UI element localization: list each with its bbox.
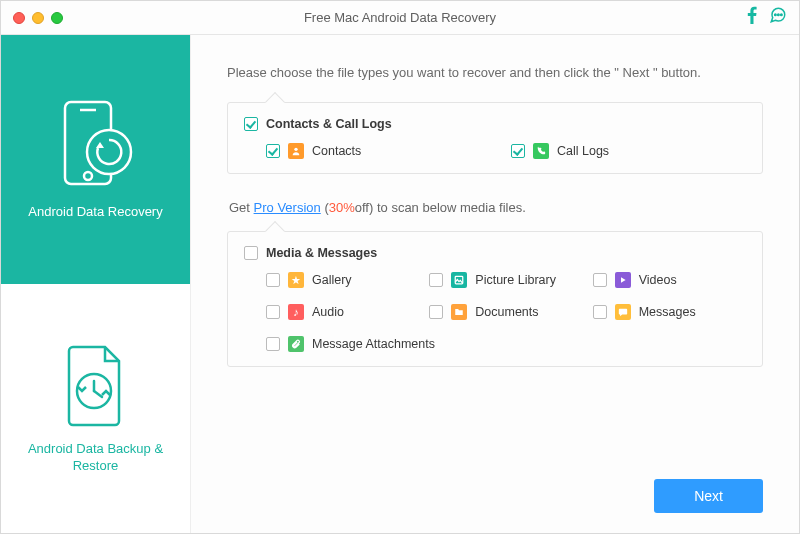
group2-header[interactable]: Media & Messages bbox=[244, 246, 746, 260]
window-title: Free Mac Android Data Recovery bbox=[1, 10, 799, 25]
item-audio[interactable]: ♪ Audio bbox=[266, 304, 419, 320]
close-window-button[interactable] bbox=[13, 12, 25, 24]
group2-title: Media & Messages bbox=[266, 246, 377, 260]
main-panel: Please choose the file types you want to… bbox=[191, 35, 799, 533]
item-message-attachments[interactable]: Message Attachments bbox=[266, 336, 419, 352]
app-window: Free Mac Android Data Recovery bbox=[0, 0, 800, 534]
item-label: Audio bbox=[312, 305, 344, 319]
group2-items: ★ Gallery Picture Library bbox=[244, 272, 746, 352]
group-media-messages: Media & Messages ★ Gallery Picture Libra… bbox=[227, 231, 763, 367]
item-label: Messages bbox=[639, 305, 696, 319]
pro-version-line: Get Pro Version (30%off) to scan below m… bbox=[229, 200, 763, 215]
group1-header[interactable]: Contacts & Call Logs bbox=[244, 117, 746, 131]
gallery-icon: ★ bbox=[288, 272, 304, 288]
sidebar-item-backup-restore[interactable]: Android Data Backup & Restore bbox=[1, 284, 190, 533]
panel-notch bbox=[265, 92, 285, 112]
documents-icon bbox=[451, 304, 467, 320]
group-contacts-logs: Contacts & Call Logs Contacts bbox=[227, 102, 763, 174]
item-label: Documents bbox=[475, 305, 538, 319]
item-messages[interactable]: Messages bbox=[593, 304, 746, 320]
checkbox-documents[interactable] bbox=[429, 305, 443, 319]
checkbox-audio[interactable] bbox=[266, 305, 280, 319]
titlebar: Free Mac Android Data Recovery bbox=[1, 1, 799, 35]
sidebar-item-label: Android Data Backup & Restore bbox=[9, 441, 182, 475]
checkbox-messages[interactable] bbox=[593, 305, 607, 319]
panel-notch bbox=[265, 221, 285, 241]
minimize-window-button[interactable] bbox=[32, 12, 44, 24]
checkbox-group1[interactable] bbox=[244, 117, 258, 131]
instruction-text: Please choose the file types you want to… bbox=[227, 65, 763, 80]
group1-title: Contacts & Call Logs bbox=[266, 117, 392, 131]
item-picture-library[interactable]: Picture Library bbox=[429, 272, 582, 288]
item-label: Picture Library bbox=[475, 273, 556, 287]
app-body: Android Data Recovery Android Data Backu… bbox=[1, 35, 799, 533]
audio-icon: ♪ bbox=[288, 304, 304, 320]
checkbox-contacts[interactable] bbox=[266, 144, 280, 158]
svg-point-5 bbox=[84, 172, 92, 180]
message-attachments-icon bbox=[288, 336, 304, 352]
pro-discount: 30% bbox=[329, 200, 355, 215]
checkbox-gallery[interactable] bbox=[266, 273, 280, 287]
videos-icon bbox=[615, 272, 631, 288]
sidebar-item-label: Android Data Recovery bbox=[28, 204, 162, 221]
contacts-icon bbox=[288, 143, 304, 159]
pro-prefix: Get bbox=[229, 200, 254, 215]
item-call-logs[interactable]: Call Logs bbox=[511, 143, 746, 159]
fullscreen-window-button[interactable] bbox=[51, 12, 63, 24]
pro-version-link[interactable]: Pro Version bbox=[254, 200, 321, 215]
item-label: Call Logs bbox=[557, 144, 609, 158]
svg-point-0 bbox=[775, 14, 777, 16]
item-label: Videos bbox=[639, 273, 677, 287]
phone-recovery-icon bbox=[55, 98, 137, 190]
picture-library-icon bbox=[451, 272, 467, 288]
chat-icon[interactable] bbox=[769, 6, 787, 29]
item-documents[interactable]: Documents bbox=[429, 304, 582, 320]
facebook-icon[interactable] bbox=[745, 6, 759, 29]
messages-icon bbox=[615, 304, 631, 320]
svg-point-8 bbox=[294, 148, 297, 151]
item-label: Message Attachments bbox=[312, 337, 435, 351]
item-videos[interactable]: Videos bbox=[593, 272, 746, 288]
group1-items: Contacts Call Logs bbox=[244, 143, 746, 159]
svg-point-6 bbox=[87, 130, 131, 174]
item-label: Gallery bbox=[312, 273, 352, 287]
svg-point-2 bbox=[781, 14, 783, 16]
pro-mid: ( bbox=[321, 200, 329, 215]
titlebar-actions bbox=[745, 6, 787, 29]
checkbox-group2[interactable] bbox=[244, 246, 258, 260]
call-logs-icon bbox=[533, 143, 549, 159]
item-gallery[interactable]: ★ Gallery bbox=[266, 272, 419, 288]
checkbox-videos[interactable] bbox=[593, 273, 607, 287]
checkbox-picture-library[interactable] bbox=[429, 273, 443, 287]
checkbox-call-logs[interactable] bbox=[511, 144, 525, 158]
sidebar: Android Data Recovery Android Data Backu… bbox=[1, 35, 191, 533]
window-controls bbox=[13, 12, 63, 24]
pro-suffix: off) to scan below media files. bbox=[355, 200, 526, 215]
file-backup-icon bbox=[61, 343, 131, 427]
item-label: Contacts bbox=[312, 144, 361, 158]
next-button[interactable]: Next bbox=[654, 479, 763, 513]
svg-point-1 bbox=[778, 14, 780, 16]
item-contacts[interactable]: Contacts bbox=[266, 143, 501, 159]
sidebar-item-data-recovery[interactable]: Android Data Recovery bbox=[1, 35, 190, 284]
checkbox-message-attachments[interactable] bbox=[266, 337, 280, 351]
